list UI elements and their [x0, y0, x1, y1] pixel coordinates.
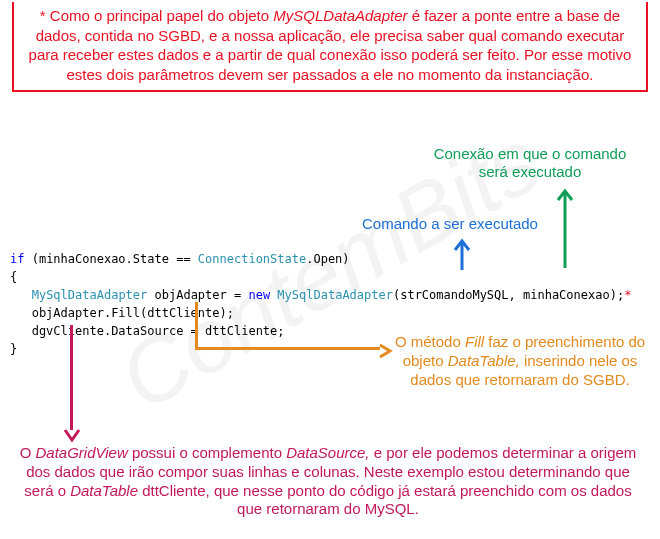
connector-fill [195, 302, 380, 350]
arrow-down-icon [63, 428, 81, 444]
annotation-command: Comando a ser executado [325, 215, 575, 232]
annotation-fill-method: O método Fill faz o preenchimento do obj… [390, 333, 650, 389]
connector-datasource [70, 325, 73, 430]
top-callout-adapter: * Como o principal papel do objeto MySQL… [12, 2, 648, 92]
callout-text: * Como o principal papel do objeto MySQL… [29, 7, 632, 83]
annotation-connection: Conexão em que o comando será executado [420, 145, 640, 181]
annotation-datagrid-datasource: O DataGridView possui o complemento Data… [10, 444, 646, 519]
